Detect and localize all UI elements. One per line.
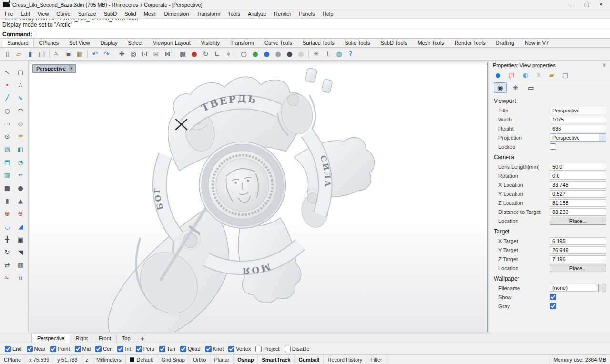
viewport-tab-right[interactable]: Right [70, 334, 93, 343]
tab-subd-tools[interactable]: SubD Tools [375, 38, 412, 47]
y-target-field[interactable]: 26.949 [550, 246, 606, 254]
join-tool-icon[interactable]: ∪ [15, 272, 27, 283]
distance-to-target-field[interactable]: 83.233 [550, 208, 606, 216]
tab-set-view[interactable]: Set View [64, 38, 95, 47]
x-location-field[interactable]: 33.748 [550, 181, 606, 189]
menu-edit[interactable]: Edit [17, 10, 34, 18]
osnap-vertex-checkbox[interactable] [228, 346, 234, 352]
display-shaded-icon[interactable]: ● [250, 49, 261, 60]
osnap-quad-checkbox[interactable] [180, 346, 186, 352]
gumball-toggle[interactable]: Gumball [295, 355, 324, 364]
menu-subd[interactable]: SubD [100, 10, 121, 18]
boolean-difference-icon[interactable]: ⊖ [15, 208, 27, 219]
save-file-icon[interactable]: ▮ [25, 49, 36, 60]
y-location-field[interactable]: 0.527 [550, 190, 606, 198]
maximize-button[interactable]: ▢ [580, 0, 594, 9]
paste-icon[interactable]: ▦ [74, 49, 85, 60]
copy-tool-icon[interactable]: ▣ [15, 233, 27, 245]
zoom-extents-icon[interactable]: ⊞ [151, 49, 162, 60]
trim-tool-icon[interactable]: ✁ [1, 272, 13, 283]
browse-button[interactable] [598, 284, 606, 292]
y-coordinate[interactable]: y 51.733 [53, 355, 81, 364]
tab-new-in-v7[interactable]: New in V7 [519, 38, 554, 47]
select-tool-icon[interactable]: ↖ [1, 66, 13, 78]
osnap-int-checkbox[interactable] [117, 346, 123, 352]
new-file-icon[interactable]: ▯ [2, 49, 13, 60]
z-coordinate[interactable]: z [81, 355, 92, 364]
viewport-width-field[interactable]: 1075 [550, 116, 606, 123]
open-file-icon[interactable]: ▱ [13, 49, 24, 60]
menu-dimension[interactable]: Dimension [161, 10, 193, 18]
projection-dropdown[interactable]: Perspective [550, 133, 606, 142]
viewport-title-field[interactable]: Perspective [550, 107, 606, 114]
sweep-icon[interactable]: ≈ [15, 169, 27, 181]
menu-curve[interactable]: Curve [52, 10, 74, 18]
rotation-field[interactable]: 0.0 [550, 172, 606, 180]
wallpaper-show-checkbox[interactable] [550, 294, 556, 300]
display-arctic-icon[interactable]: ● [295, 49, 306, 60]
display-ghosted-icon[interactable]: ● [273, 49, 284, 60]
osnap-cen-checkbox[interactable] [95, 346, 102, 352]
redo-icon[interactable]: ↷ [101, 49, 112, 60]
menu-panels[interactable]: Panels [295, 10, 319, 18]
tab-viewport-layout[interactable]: Viewport Layout [148, 38, 196, 47]
menu-solid[interactable]: Solid [121, 10, 140, 18]
viewport-tab-front[interactable]: Front [93, 334, 117, 343]
print-icon[interactable]: ▤ [36, 49, 47, 60]
tab-render-tools[interactable]: Render Tools [449, 38, 491, 47]
tab-standard[interactable]: Standard [2, 38, 34, 47]
tab-mesh-tools[interactable]: Mesh Tools [412, 38, 449, 47]
copy-icon[interactable]: ▣ [63, 49, 74, 60]
arc-tool-icon[interactable]: ◠ [15, 105, 27, 116]
tab-transform[interactable]: Transform [225, 38, 259, 47]
display-rendered-icon[interactable]: ● [261, 49, 272, 60]
viewport-tab-top[interactable]: Top [117, 334, 136, 343]
z-target-field[interactable]: 7.196 [550, 255, 606, 263]
osnap-project-checkbox[interactable] [255, 346, 262, 352]
undo-icon[interactable]: ↶ [90, 49, 101, 60]
ellipse-tool-icon[interactable]: ⊙ [1, 131, 13, 142]
panel-options-gear-icon[interactable]: ✳ [602, 62, 607, 69]
memory-usage[interactable]: Memory use: 2864 MB [549, 355, 610, 364]
cplane-button[interactable]: CPlane [0, 355, 25, 364]
point-cloud-icon[interactable]: ∴ [15, 79, 27, 91]
box-tool-icon[interactable]: ■ [1, 182, 13, 193]
object-snap-grid-icon[interactable]: ▩ [177, 49, 188, 60]
panel-tab-notes-icon[interactable]: ▢ [562, 72, 568, 78]
record-history-toggle[interactable]: Record History [324, 355, 366, 364]
osnap-end-checkbox[interactable] [5, 346, 11, 352]
tab-visibility[interactable]: Visibility [196, 38, 225, 47]
surface-3pt-icon[interactable]: ◧ [15, 143, 27, 155]
zoom-dynamic-icon[interactable]: ◎ [128, 49, 139, 60]
tab-solid-tools[interactable]: Solid Tools [339, 38, 375, 47]
sphere-tool-icon[interactable]: ● [15, 182, 27, 193]
chamfer-icon[interactable]: ◢ [15, 221, 27, 232]
viewport-size-subtab[interactable]: ▭ [524, 82, 537, 93]
osnap-mid-checkbox[interactable] [75, 346, 81, 352]
tab-display[interactable]: Display [95, 38, 122, 47]
menu-surface[interactable]: Surface [74, 10, 100, 18]
osnap-disable-checkbox[interactable] [285, 346, 291, 352]
array-tool-icon[interactable]: ▦ [15, 259, 27, 271]
set-cplane-icon[interactable]: ∟ [212, 49, 223, 60]
wallpaper-gray-checkbox[interactable] [550, 303, 556, 309]
panel-tab-display-icon[interactable]: ◐ [523, 72, 528, 78]
osnap-tan-checkbox[interactable] [159, 346, 165, 352]
minimize-button[interactable]: — [565, 0, 580, 9]
rotate-view-icon[interactable]: ↻ [200, 49, 211, 60]
osnap-point-checkbox[interactable] [50, 346, 56, 352]
close-button[interactable]: ✕ [594, 0, 608, 9]
display-mode-subtab[interactable]: ✳ [509, 82, 522, 93]
new-viewport-icon[interactable]: ✚ [136, 335, 149, 343]
tab-surface-tools[interactable]: Surface Tools [297, 38, 339, 47]
curve-tool-icon[interactable]: ∿ [15, 92, 27, 103]
menu-file[interactable]: File [1, 10, 17, 18]
osnap-toggle[interactable]: Osnap [234, 355, 258, 364]
mirror-tool-icon[interactable]: ⇄ [1, 259, 13, 271]
active-layer-button[interactable]: Default [126, 355, 158, 364]
viewport-tab-perspective[interactable]: Perspective [31, 334, 70, 343]
perspective-viewport[interactable]: Perspective ▾ [30, 62, 488, 332]
panel-tab-files-icon[interactable]: ▰ [549, 72, 554, 78]
camera-subtab[interactable]: ◉ [494, 82, 507, 93]
cut-icon[interactable]: ✁ [51, 49, 62, 60]
